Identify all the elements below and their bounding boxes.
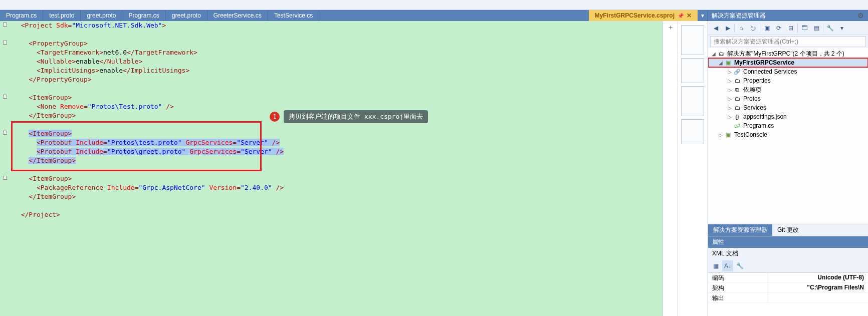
tree-label: Services xyxy=(743,104,766,111)
code-token: /> xyxy=(272,184,284,191)
fold-toggle[interactable] xyxy=(3,95,7,99)
tree-node-appsettings[interactable]: ▷{}appsettings.json xyxy=(708,112,868,121)
panel-tab-solution-explorer[interactable]: 解决方案资源管理器 xyxy=(708,224,772,236)
project-node-myfirstgrpcservice[interactable]: ◢ ▣ MyFirstGRPCService xyxy=(708,58,868,67)
prop-row-output[interactable]: 输出 xyxy=(708,293,868,303)
code-token: <None xyxy=(37,103,60,110)
tab-active-csproj[interactable]: MyFirstGRPCService.csproj 📌 ✕ xyxy=(589,10,698,21)
code-token: </ItemGroup> xyxy=(29,157,76,164)
tab-greet-proto-1[interactable]: greet.proto xyxy=(81,10,122,21)
tab-test-service[interactable]: TestService.cs xyxy=(268,10,319,21)
solution-explorer-panel: ◀ ▶ ⌂ ⭮ ▣ ⟳ ⊟ 🗔 ▤ 🔧 ▾ 搜索解决方案资源管理器(Ctrl+;… xyxy=(708,21,868,316)
panel-tab-git-changes[interactable]: Git 更改 xyxy=(772,224,804,236)
code-token: /> xyxy=(268,139,280,146)
expander-icon[interactable]: ▷ xyxy=(726,78,733,84)
prop-row-arch[interactable]: 架构"C:\Program Files\N xyxy=(708,283,868,293)
collapse-icon[interactable]: ⊟ xyxy=(785,23,796,34)
code-token: enable xyxy=(76,58,99,65)
tree-label: Protos xyxy=(743,95,761,102)
properties-grid[interactable]: 编码Unicode (UTF-8) 架构"C:\Program Files\N … xyxy=(708,273,868,316)
tree-node-program-cs[interactable]: c#Program.cs xyxy=(708,121,868,130)
code-token: </PropertyGroup> xyxy=(29,76,91,83)
wrench-icon[interactable]: 🔧 xyxy=(824,23,835,34)
expander-icon[interactable]: ▷ xyxy=(726,114,733,120)
expander-icon[interactable]: ▷ xyxy=(726,105,733,111)
tree-node-connected-services[interactable]: ▷🔗Connected Services xyxy=(708,67,868,76)
tab-label: Program.cs xyxy=(128,12,159,19)
code-token: "Server" xyxy=(241,148,272,155)
solution-tree[interactable]: ◢ 🗂 解决方案"MyFirstGRPC"(2 个项目，共 2 个) ◢ ▣ M… xyxy=(708,48,868,224)
project-node-testconsole[interactable]: ▷▣TestConsole xyxy=(708,130,868,139)
solution-node[interactable]: ◢ 🗂 解决方案"MyFirstGRPC"(2 个项目，共 2 个) xyxy=(708,49,868,58)
tree-node-protos[interactable]: ▷🗀Protos xyxy=(708,94,868,103)
filter-icon[interactable]: ▾ xyxy=(836,23,847,34)
code-token: <PropertyGroup> xyxy=(29,40,87,47)
code-token: "Server" xyxy=(237,139,268,146)
tab-greeter-service[interactable]: GreeterService.cs xyxy=(207,10,268,21)
tab-overflow-button[interactable]: ▾ xyxy=(698,10,708,21)
code-text-area[interactable]: <Project Sdk="Microsoft.NET.Sdk.Web"> <P… xyxy=(11,21,663,316)
code-token: Include xyxy=(76,148,103,155)
nav-fwd-button[interactable]: ▶ xyxy=(722,23,733,34)
pin-icon[interactable]: 📌 xyxy=(678,13,684,19)
expander-icon[interactable]: ◢ xyxy=(717,60,724,66)
home-icon[interactable]: ⌂ xyxy=(736,23,747,34)
tree-node-dependencies[interactable]: ▷⧉依赖项 xyxy=(708,85,868,94)
tab-label: greet.proto xyxy=(172,12,201,19)
json-icon: {} xyxy=(733,113,741,121)
code-token: Remove xyxy=(60,103,84,110)
code-editor[interactable]: <Project Sdk="Microsoft.NET.Sdk.Web"> <P… xyxy=(0,21,708,316)
code-token: GrpcServices xyxy=(185,139,233,146)
categorize-icon[interactable]: ▦ xyxy=(710,260,721,271)
plus-icon[interactable]: ＋ xyxy=(667,23,674,316)
code-token: enable xyxy=(99,67,123,74)
code-token: </Nullable> xyxy=(99,58,142,65)
show-all-icon[interactable]: ▣ xyxy=(761,23,772,34)
sync-icon[interactable]: ⭮ xyxy=(748,23,759,34)
code-token: "Protos\Test.proto" xyxy=(88,103,162,110)
code-token: GrpcServices xyxy=(189,148,237,155)
tree-node-properties[interactable]: ▷🗀Properties xyxy=(708,76,868,85)
tree-label: Connected Services xyxy=(743,68,797,75)
solution-search-input[interactable]: 搜索解决方案资源管理器(Ctrl+;) xyxy=(710,36,866,47)
tab-program-cs-1[interactable]: Program.cs xyxy=(0,10,43,21)
gear-icon[interactable]: ⚙ xyxy=(857,12,864,20)
wrench-icon[interactable]: 🔧 xyxy=(734,260,745,271)
expander-icon[interactable]: ▷ xyxy=(717,132,724,138)
nav-back-button[interactable]: ◀ xyxy=(710,23,721,34)
properties-icon[interactable]: 🗔 xyxy=(799,23,810,34)
fold-toggle[interactable] xyxy=(3,23,7,27)
folder-icon: 🗀 xyxy=(733,95,741,103)
tab-label: TestService.cs xyxy=(274,12,313,19)
tab-label: test.proto xyxy=(49,12,74,19)
view-icon[interactable]: ▤ xyxy=(811,23,822,34)
mini-scroll-preview[interactable] xyxy=(678,21,708,316)
code-token: <ItemGroup> xyxy=(29,130,72,137)
fold-toggle[interactable] xyxy=(3,131,7,135)
expander-icon[interactable]: ◢ xyxy=(710,51,717,57)
fold-toggle[interactable] xyxy=(3,176,7,180)
code-token: /> xyxy=(162,103,173,110)
tab-greet-proto-2[interactable]: greet.proto xyxy=(166,10,207,21)
fold-toggle[interactable] xyxy=(3,41,7,45)
properties-title-bar: 属性 xyxy=(708,236,868,248)
code-token: "Grpc.AspNetCore" xyxy=(138,184,205,191)
tab-label: Git 更改 xyxy=(777,226,799,233)
tree-node-services[interactable]: ▷🗀Services xyxy=(708,103,868,112)
close-icon[interactable]: ✕ xyxy=(687,12,692,19)
annotation-text: 拷贝到客户端的项目文件 xxx.csproj里面去 xyxy=(284,110,428,123)
expander-icon[interactable]: ▷ xyxy=(726,87,733,93)
tab-program-cs-2[interactable]: Program.cs xyxy=(122,10,165,21)
top-toolbar-strip xyxy=(0,0,868,10)
code-token: <Protobuf xyxy=(37,148,76,155)
prop-value xyxy=(768,293,868,302)
expander-icon[interactable]: ▷ xyxy=(726,96,733,102)
tab-test-proto[interactable]: test.proto xyxy=(43,10,81,21)
search-placeholder: 搜索解决方案资源管理器(Ctrl+;) xyxy=(714,38,798,46)
code-token: </ImplicitUsings> xyxy=(123,67,189,74)
alpha-sort-icon[interactable]: A↓ xyxy=(722,260,733,271)
expander-icon[interactable]: ▷ xyxy=(726,69,733,75)
prop-row-encoding[interactable]: 编码Unicode (UTF-8) xyxy=(708,273,868,283)
code-token: <Nullable> xyxy=(37,58,76,65)
refresh-icon[interactable]: ⟳ xyxy=(773,23,784,34)
